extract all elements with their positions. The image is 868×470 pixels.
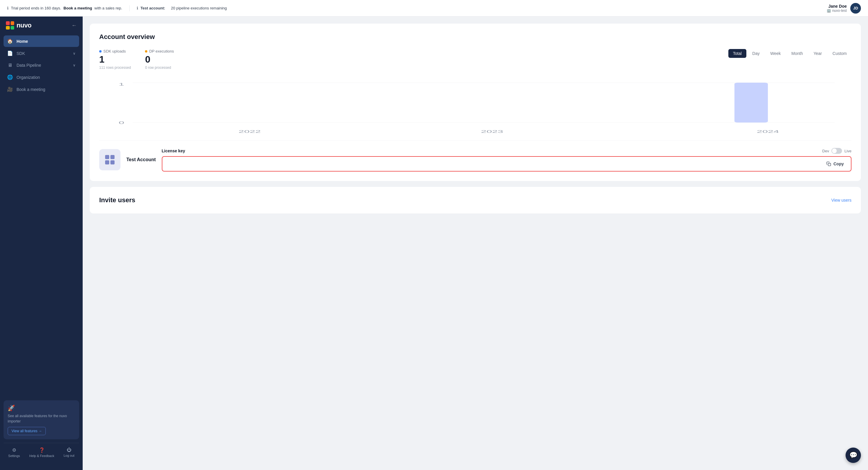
dev-live-toggle-row: Dev Live <box>822 148 851 154</box>
account-name-text: Test Account <box>126 157 156 162</box>
account-overview-card: Account overview SDK uploads 1 111 rows … <box>90 24 861 181</box>
sidebar-item-sdk-label: SDK <box>17 51 25 56</box>
sidebar-item-organization[interactable]: 🌐 Organization <box>4 71 79 83</box>
copy-license-key-button[interactable]: Copy <box>824 160 846 167</box>
dp-executions-stat: DP executions 0 0 row processed <box>145 49 174 70</box>
svg-rect-10 <box>105 160 109 164</box>
svg-rect-9 <box>111 155 115 159</box>
dev-label: Dev <box>822 149 829 153</box>
main-content: Account overview SDK uploads 1 111 rows … <box>83 17 868 470</box>
account-name: Test Account <box>126 157 156 162</box>
app-body: nuvo ← 🏠 Home 📄 SDK ∨ 🖥 Data Pipeline ∨ … <box>0 17 868 470</box>
logout-icon: ⏻ <box>67 447 71 452</box>
account-overview-title: Account overview <box>99 33 851 41</box>
filter-year-button[interactable]: Year <box>809 49 826 58</box>
dp-executions-label: DP executions <box>145 49 174 54</box>
view-users-link[interactable]: View users <box>831 198 851 202</box>
test-account-notice: ℹ Test account: 20 pipeline executions r… <box>137 6 227 10</box>
filter-month-button[interactable]: Month <box>787 49 808 58</box>
dev-live-toggle[interactable] <box>831 148 842 154</box>
test-account-text: 20 pipeline executions remaining <box>171 6 227 10</box>
sidebar-item-sdk[interactable]: 📄 SDK ∨ <box>4 48 79 59</box>
user-org: 🏢 nuvo-test <box>827 8 847 13</box>
org-icon: 🏢 <box>827 8 831 13</box>
sidebar-nav: 🏠 Home 📄 SDK ∨ 🖥 Data Pipeline ∨ 🌐 Organ… <box>0 35 83 397</box>
trial-suffix: with a sales rep. <box>94 6 122 10</box>
sidebar-item-data-pipeline[interactable]: 🖥 Data Pipeline ∨ <box>4 60 79 71</box>
data-pipeline-chevron-icon: ∨ <box>73 63 75 67</box>
logo-sq-orange <box>11 21 14 25</box>
copy-label: Copy <box>833 161 844 166</box>
sidebar-item-book-meeting[interactable]: 🎥 Book a meeting <box>4 84 79 95</box>
chat-icon: 💬 <box>849 451 857 459</box>
data-pipeline-icon: 🖥 <box>7 63 13 68</box>
trial-notice: ℹ Trial period ends in 160 days. Book a … <box>7 6 122 10</box>
time-filters: Total Day Week Month Year Custom <box>728 49 851 58</box>
settings-label: Settings <box>8 454 20 458</box>
sidebar-collapse-button[interactable]: ← <box>71 23 77 29</box>
promo-text: See all available features for the nuvo … <box>8 413 75 424</box>
help-icon: ❓ <box>39 447 45 453</box>
logout-nav-item[interactable]: ⏻ Log out <box>61 445 78 459</box>
stats-row: SDK uploads 1 111 rows processed DP exec… <box>99 49 851 70</box>
logo-sq-red <box>6 21 10 25</box>
sdk-dot <box>99 50 101 53</box>
svg-text:2022: 2022 <box>239 130 261 133</box>
chart-svg: 1 0 2022 2023 2024 <box>99 77 851 136</box>
sdk-uploads-value: 1 <box>99 54 131 65</box>
logo: nuvo <box>6 21 32 30</box>
invite-users-title: Invite users <box>99 196 135 204</box>
chart-container: 1 0 2022 2023 2024 <box>99 77 851 136</box>
sdk-uploads-stat: SDK uploads 1 111 rows processed <box>99 49 131 70</box>
sidebar-logo: nuvo ← <box>0 21 83 35</box>
account-grid-icon <box>104 154 115 165</box>
info-icon-2: ℹ <box>137 6 138 10</box>
book-meeting-link[interactable]: Book a meeting <box>63 6 92 10</box>
sidebar-bottom-nav: ⚙ Settings ❓ Help & Feedback ⏻ Log out <box>4 443 79 462</box>
promo-icon: 🚀 <box>8 404 75 412</box>
logout-label: Log out <box>63 454 74 457</box>
avatar[interactable]: JD <box>850 3 861 13</box>
license-key-label: License key <box>162 149 185 153</box>
logo-sq-green <box>11 26 14 30</box>
svg-text:2024: 2024 <box>757 130 779 133</box>
filter-total-button[interactable]: Total <box>728 49 747 58</box>
sidebar-item-organization-label: Organization <box>17 75 40 80</box>
sidebar-footer: 🚀 See all available features for the nuv… <box>0 397 83 465</box>
filter-day-button[interactable]: Day <box>748 49 764 58</box>
chat-bubble-button[interactable]: 💬 <box>845 447 861 463</box>
topbar-user-area: Jane Doe 🏢 nuvo-test JD <box>827 3 861 13</box>
info-icon-1: ℹ <box>7 6 8 10</box>
logo-brand: nuvo <box>17 22 32 29</box>
promo-box: 🚀 See all available features for the nuv… <box>4 400 79 439</box>
license-section: Test Account License key Dev Live <box>99 140 851 171</box>
live-label: Live <box>844 149 851 153</box>
sdk-chevron-icon: ∨ <box>73 51 75 56</box>
trial-text: Trial period ends in 160 days. <box>11 6 61 10</box>
book-meeting-icon: 🎥 <box>7 87 13 92</box>
sidebar-item-home[interactable]: 🏠 Home <box>4 35 79 47</box>
settings-nav-item[interactable]: ⚙ Settings <box>5 445 23 459</box>
user-info: Jane Doe 🏢 nuvo-test <box>827 4 847 13</box>
account-icon-box <box>99 149 120 170</box>
license-key-box: Copy <box>162 156 851 171</box>
view-all-features-button[interactable]: View all features → <box>8 427 46 435</box>
user-name: Jane Doe <box>829 4 847 8</box>
organization-icon: 🌐 <box>7 74 13 80</box>
help-label: Help & Feedback <box>29 454 54 458</box>
filter-custom-button[interactable]: Custom <box>828 49 851 58</box>
sidebar-item-book-meeting-label: Book a meeting <box>17 87 45 92</box>
sdk-icon: 📄 <box>7 51 13 56</box>
toggle-knob <box>832 149 837 153</box>
settings-icon: ⚙ <box>12 447 16 453</box>
sidebar: nuvo ← 🏠 Home 📄 SDK ∨ 🖥 Data Pipeline ∨ … <box>0 17 83 470</box>
copy-icon <box>826 161 831 166</box>
test-account-bold: Test account: <box>141 6 165 10</box>
topbar-separator <box>129 5 130 11</box>
help-nav-item[interactable]: ❓ Help & Feedback <box>26 445 57 459</box>
svg-rect-7 <box>735 83 768 123</box>
svg-rect-8 <box>105 155 109 159</box>
dp-executions-sub: 0 row processed <box>145 66 174 70</box>
svg-rect-12 <box>828 163 831 166</box>
filter-week-button[interactable]: Week <box>766 49 786 58</box>
